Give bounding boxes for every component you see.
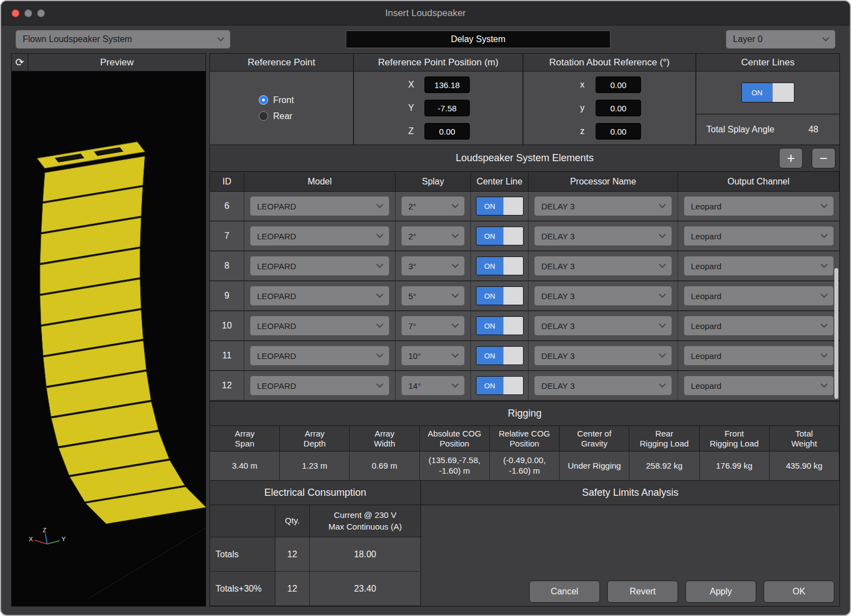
center-line-toggle[interactable]: ON <box>476 376 524 395</box>
processor-select[interactable]: DELAY 3 <box>534 256 672 276</box>
column-header: Array Width <box>350 426 419 451</box>
close-button[interactable] <box>12 9 19 17</box>
chevron-down-icon <box>376 381 383 388</box>
output-channel-select[interactable]: Leopard <box>684 256 834 276</box>
center-line-toggle[interactable]: ON <box>476 227 524 245</box>
center-line-toggle[interactable]: ON <box>476 197 524 215</box>
toggle-on-label: ON <box>476 227 504 245</box>
radio-label: Rear <box>273 111 293 121</box>
element-row: 6 LEOPARD 2° <box>210 192 839 222</box>
model-select[interactable]: LEOPARD <box>250 376 389 396</box>
model-select[interactable]: LEOPARD <box>250 316 389 336</box>
processor-select[interactable]: DELAY 3 <box>534 196 672 216</box>
total-splay-row: Total Splay Angle 48 <box>696 115 839 145</box>
splay-select[interactable]: 2° <box>401 196 465 216</box>
processor-value: DELAY 3 <box>541 232 575 241</box>
output-channel-select[interactable]: Leopard <box>684 376 834 396</box>
model-value: LEOPARD <box>257 351 296 361</box>
scrollbar-thumb[interactable] <box>834 268 838 399</box>
chevron-down-icon <box>659 261 666 268</box>
coordinate-label: Y <box>407 103 416 113</box>
preview-panel: ⟳ Preview X Z Y <box>11 53 206 607</box>
model-select[interactable]: LEOPARD <box>250 286 389 306</box>
processor-select[interactable]: DELAY 3 <box>534 376 672 396</box>
center-line-toggle[interactable]: ON <box>476 286 524 305</box>
reference-point-radio[interactable]: Rear <box>259 111 353 121</box>
processor-select[interactable]: DELAY 3 <box>534 346 672 366</box>
output-channel-select[interactable]: Leopard <box>684 346 834 366</box>
model-select[interactable]: LEOPARD <box>250 196 389 216</box>
center-lines-header: Center Lines <box>696 54 839 71</box>
system-type-select[interactable]: Flown Loudspeaker System <box>16 30 230 49</box>
settings-panel: Reference Point Front Rear <box>209 53 840 607</box>
plus-icon: + <box>787 151 795 165</box>
minus-icon: − <box>819 151 828 165</box>
safety-body: Cancel Revert Apply OK <box>421 505 839 606</box>
element-row: 10 LEOPARD 7° <box>210 311 839 341</box>
output-channel-select[interactable]: Leopard <box>684 196 834 216</box>
splay-select[interactable]: 10° <box>401 346 465 366</box>
dialog-actions: Cancel Revert Apply OK <box>529 581 834 603</box>
processor-value: DELAY 3 <box>541 202 575 211</box>
processor-select[interactable]: DELAY 3 <box>534 226 672 246</box>
splay-select[interactable]: 7° <box>401 316 465 336</box>
splay-select[interactable]: 2° <box>401 226 465 246</box>
processor-value: DELAY 3 <box>541 381 575 391</box>
output-channel-select[interactable]: Leopard <box>684 316 834 336</box>
zoom-button[interactable] <box>37 9 45 17</box>
cancel-button[interactable]: Cancel <box>529 581 600 603</box>
center-line-toggle[interactable]: ON <box>476 256 524 275</box>
element-row: 8 LEOPARD 3° <box>210 251 839 281</box>
rotation-input[interactable]: 0.00 <box>596 123 641 140</box>
coordinate-input[interactable]: -7.58 <box>424 100 470 116</box>
system-name-input[interactable]: Delay System <box>346 30 611 48</box>
chevron-down-icon <box>659 351 666 358</box>
processor-select[interactable]: DELAY 3 <box>534 286 672 306</box>
rigging-value: 176.99 kg <box>700 451 770 480</box>
remove-element-button[interactable]: − <box>812 148 835 168</box>
splay-select[interactable]: 14° <box>401 376 465 396</box>
rotation-header: Rotation About Reference (°) <box>524 54 695 71</box>
column-header: Front Rigging Load <box>700 426 770 451</box>
chevron-down-icon <box>452 231 459 238</box>
electrical-row: Totals+30% 12 23.40 <box>210 572 421 606</box>
model-select[interactable]: LEOPARD <box>250 346 389 366</box>
rotation-input[interactable]: 0.00 <box>596 76 641 93</box>
coordinate-label: Z <box>407 126 416 136</box>
preview-3d-view[interactable]: X Z Y <box>12 71 206 606</box>
toggle-knob <box>503 227 522 245</box>
coordinate-input[interactable]: 0.00 <box>424 123 470 140</box>
output-channel-select[interactable]: Leopard <box>684 226 834 246</box>
layer-select[interactable]: Layer 0 <box>726 30 835 49</box>
model-value: LEOPARD <box>257 261 296 271</box>
center-line-toggle[interactable]: ON <box>476 346 524 365</box>
rotation-row: z 0.00 <box>578 123 641 140</box>
processor-select[interactable]: DELAY 3 <box>534 316 672 336</box>
reference-position-header: Reference Point Position (m) <box>354 54 522 71</box>
chevron-down-icon <box>452 381 459 388</box>
center-line-toggle[interactable]: ON <box>476 316 524 335</box>
output-channel-select[interactable]: Leopard <box>684 286 834 306</box>
reference-point-radio[interactable]: Front <box>259 95 353 105</box>
safety-header: Safety Limits Analysis <box>421 481 839 505</box>
reset-view-button[interactable]: ⟳ <box>12 54 28 71</box>
apply-button[interactable]: Apply <box>685 581 756 603</box>
splay-select[interactable]: 3° <box>401 256 465 276</box>
center-lines-toggle[interactable]: ON <box>741 83 794 102</box>
ok-button[interactable]: OK <box>763 581 834 603</box>
toggle-knob <box>503 197 522 215</box>
rotation-input[interactable]: 0.00 <box>596 100 641 116</box>
minimize-button[interactable] <box>24 9 32 17</box>
element-id: 7 <box>210 222 244 250</box>
splay-value: 10° <box>408 351 421 361</box>
system-type-value: Flown Loudspeaker System <box>23 34 132 44</box>
coordinate-input[interactable]: 136.18 <box>424 76 470 93</box>
element-id: 10 <box>210 311 244 340</box>
splay-select[interactable]: 5° <box>401 286 465 306</box>
add-element-button[interactable]: + <box>779 148 803 168</box>
splay-value: 7° <box>408 321 416 331</box>
processor-value: DELAY 3 <box>541 291 575 301</box>
model-select[interactable]: LEOPARD <box>250 256 389 276</box>
revert-button[interactable]: Revert <box>607 581 678 603</box>
model-select[interactable]: LEOPARD <box>250 226 389 246</box>
